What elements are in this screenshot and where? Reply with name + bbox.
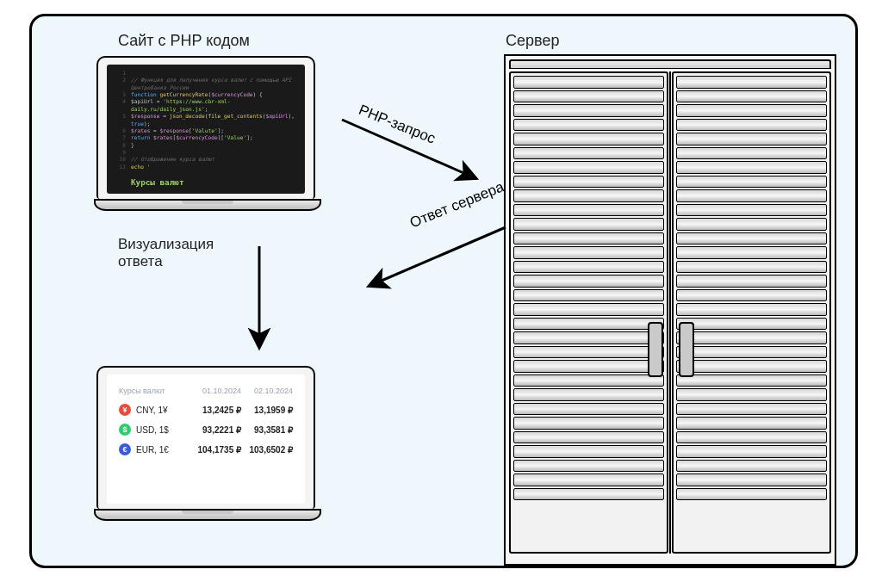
rate-row: $USD, 1$93,2221 ₽93,3581 ₽: [119, 424, 293, 436]
rates-date-1: 01.10.2024: [189, 387, 241, 395]
rate-row: €EUR, 1€104,1735 ₽103,6502 ₽: [119, 443, 293, 455]
label-site-with-php: Сайт с PHP кодом: [118, 32, 250, 50]
laptop-code-icon: 12// Функция для получения курса валют с…: [94, 56, 318, 211]
server-cabinet-icon: [504, 54, 836, 566]
rates-date-2: 02.10.2024: [241, 387, 293, 395]
diagram-canvas: Сайт с PHP кодом Сервер Визуализация отв…: [0, 0, 882, 588]
code-screen: 12// Функция для получения курса валют с…: [107, 65, 305, 194]
arrow-down-icon: [242, 242, 276, 354]
rates-screen: Курсы валют 01.10.2024 02.10.2024 ¥CNY, …: [107, 374, 305, 504]
svg-line-1: [370, 227, 506, 286]
rate-row: ¥CNY, 1¥13,2425 ₽13,1959 ₽: [119, 404, 293, 416]
arrow-response-icon: Ответ сервера: [359, 219, 514, 296]
rates-header-row: Курсы валют 01.10.2024 02.10.2024: [119, 387, 293, 395]
arrow-request-icon: PHP-запрос: [333, 111, 488, 189]
diagram-panel: Сайт с PHP кодом Сервер Визуализация отв…: [29, 14, 858, 568]
laptop-output-icon: Курсы валют 01.10.2024 02.10.2024 ¥CNY, …: [94, 366, 318, 521]
label-visualization: Визуализация ответа: [118, 236, 214, 271]
label-server: Сервер: [506, 32, 559, 50]
rates-title: Курсы валют: [119, 387, 189, 395]
